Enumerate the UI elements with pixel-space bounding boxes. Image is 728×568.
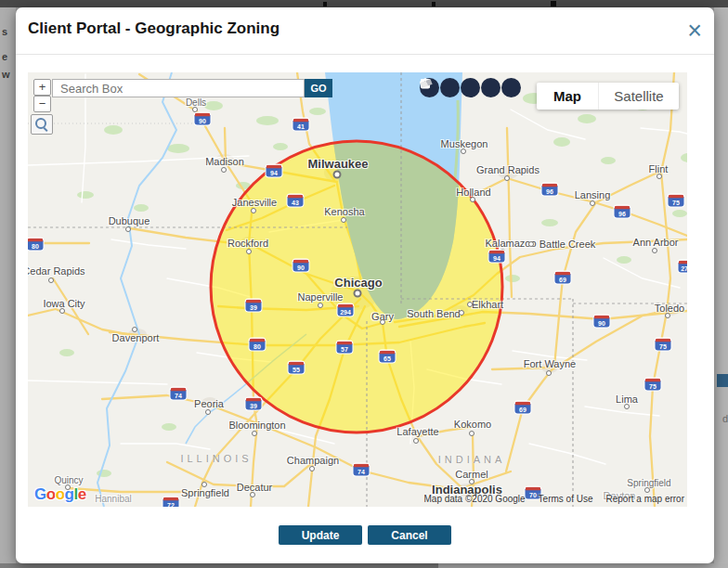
map-type-toggle: Map Satellite [537,83,679,110]
backdrop-right: d [714,7,728,568]
interstate-shield-icon: 72 [163,497,179,508]
eraser-icon [420,78,433,89]
dialog-title: Client Portal - Geographic Zoning [28,19,280,38]
google-logo-letter: o [46,485,56,503]
interstate-shield-icon: 94 [489,251,505,263]
backdrop-left: s e w [0,7,16,568]
interstate-shield-icon: 65 [380,351,396,363]
backdrop-text-fragment: d [722,413,728,424]
search-input[interactable] [52,79,305,97]
interstate-shield-icon: 69 [555,272,571,284]
backdrop-text-fragment [432,2,436,6]
search-go-button[interactable]: GO [305,79,332,97]
interstate-shield-icon: 69 [515,402,531,414]
interstate-shield-icon: 294 [338,304,354,316]
backdrop-bottom [0,563,438,568]
interstate-shield-icon: 74 [171,388,187,400]
backdrop-text-fragment: w [2,69,10,80]
backdrop-bottom [438,563,728,568]
rectangle-tool-button[interactable] [481,78,500,97]
interstate-shield-icon: 39 [246,398,262,410]
google-logo-letter: G [34,485,46,503]
backdrop-text-fragment: e [2,51,7,62]
polygon-tool-button[interactable] [461,78,480,97]
google-logo: Google [34,485,86,504]
update-button[interactable]: Update [279,525,362,545]
google-logo-letter: g [65,485,74,503]
backdrop-text-fragment [323,2,327,6]
interstate-shield-icon: 57 [337,342,353,354]
interstate-shield-icon: 90 [293,260,309,272]
backdrop-text-fragment [551,1,556,6]
interstate-shield-icon: 43 [288,195,304,207]
eraser-tool-button[interactable] [501,78,521,97]
zoom-area-button[interactable] [31,114,53,135]
interstate-shield-icon: 75 [645,379,661,391]
interstate-shield-icon: 94 [266,165,282,177]
magnifier-icon [35,118,46,129]
google-logo-letter: o [56,485,65,503]
zoom-in-button[interactable]: + [33,79,51,96]
terms-of-use-link[interactable]: Terms of Use [539,494,593,504]
interstate-shield-icon: 39 [246,300,262,312]
interstate-shield-icon: 96 [542,184,558,196]
close-icon[interactable]: × [687,19,702,44]
circle-tool-button[interactable] [440,78,460,97]
interstate-shield-icon: 55 [289,362,305,374]
map-type-satellite[interactable]: Satellite [598,83,679,110]
interstate-shield-icon: 90 [594,316,610,328]
map-shields-layer: 9094414390392948080576555397474969675699… [28,72,687,507]
cancel-button[interactable]: Cancel [368,525,451,545]
draw-toolbar [420,78,522,97]
interstate-shield-icon: 75 [656,339,671,351]
google-logo-letter: e [78,485,86,503]
map-search-bar: GO [52,79,332,97]
interstate-shield-icon: 96 [615,206,630,218]
interstate-shield-icon: 275 [679,261,688,273]
interstate-shield-icon: 80 [250,339,266,351]
interstate-shield-icon: 41 [293,119,309,131]
map-canvas[interactable]: DellsMadisonMilwaukeeKenoshaJanesvilleRo… [28,72,687,507]
map-type-map[interactable]: Map [537,83,598,110]
map-attribution: Map data ©2020 Google Terms of Use Repor… [423,494,684,504]
geographic-zoning-dialog: Client Portal - Geographic Zoning × [16,7,714,563]
interstate-shield-icon: 90 [195,113,211,125]
interstate-shield-icon: 80 [28,239,44,251]
interstate-shield-icon: 74 [354,464,370,476]
header-divider [16,54,714,55]
dialog-footer: Update Cancel [16,525,714,545]
backdrop-button-fragment [717,374,728,387]
attribution-copyright: Map data ©2020 Google [423,494,525,504]
backdrop-text-fragment: s [2,26,7,37]
interstate-shield-icon: 75 [669,195,684,207]
report-map-error-link[interactable]: Report a map error [606,494,684,504]
backdrop-top [0,0,728,7]
zoom-out-button[interactable]: − [33,96,51,112]
